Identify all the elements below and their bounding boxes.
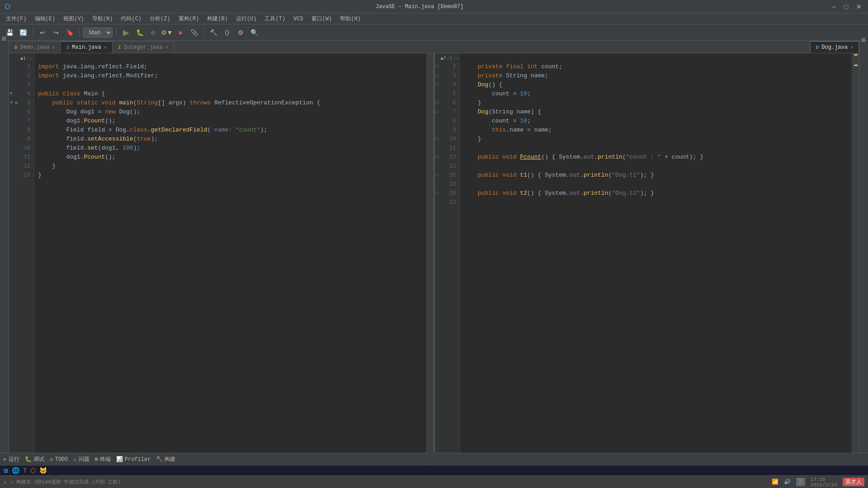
demo-java-icon: D bbox=[14, 45, 18, 50]
debug-button[interactable]: 🐛 bbox=[134, 27, 146, 38]
build-project-button[interactable]: 🔨 bbox=[208, 27, 219, 38]
bookmark-button[interactable]: 🔖 bbox=[64, 27, 75, 38]
menu-run[interactable]: 运行(U) bbox=[232, 14, 260, 23]
code-line-4: public class Main { bbox=[38, 89, 430, 99]
left-editor-gutter: ▲1 ↑↓ 1 2 3 4 ▼ 5 bbox=[9, 53, 34, 465]
status-warning-icon: ⚠ bbox=[4, 479, 7, 485]
right-sidebar-label[interactable]: 通知 bbox=[860, 42, 868, 50]
build-options-button[interactable]: ⚙▼ bbox=[161, 27, 173, 38]
tab-demo-java[interactable]: D Demo.java ✕ bbox=[9, 41, 61, 53]
coverage-button[interactable]: ⊕ bbox=[147, 27, 159, 38]
stop-button[interactable]: ■ bbox=[175, 27, 186, 38]
menu-vcs[interactable]: VCS bbox=[290, 15, 307, 23]
menu-build[interactable]: 构建(B) bbox=[203, 14, 231, 23]
code-line-1: import java.lang.reflect.Field; bbox=[38, 62, 430, 71]
input-method[interactable]: 英才人 bbox=[843, 478, 864, 486]
project-panel-label[interactable]: 项目 bbox=[0, 41, 9, 48]
bottom-todo-item[interactable]: ☑ TODO bbox=[50, 456, 68, 463]
typora-icon[interactable]: T bbox=[23, 467, 27, 474]
bottom-terminal-label: 终端 bbox=[100, 455, 111, 463]
right-code-15 bbox=[464, 162, 856, 171]
menu-navigate[interactable]: 导航(N) bbox=[89, 14, 117, 23]
run-button[interactable]: ▶ bbox=[120, 27, 132, 38]
menu-analyze[interactable]: 分析(Z) bbox=[146, 14, 174, 23]
right-code-5: count = 10; bbox=[464, 89, 856, 99]
code-line-8: Field field = Dog.class.getDeclaredField… bbox=[38, 126, 430, 135]
right-code-20: public void t2() { System.out.println("D… bbox=[464, 189, 856, 198]
code-line-5: public static void main(String[] args) t… bbox=[38, 99, 430, 108]
bottom-debug-item[interactable]: 🐛 调试 bbox=[25, 455, 44, 463]
right-code-10: } bbox=[464, 135, 856, 144]
browser-icon[interactable]: 🌐 bbox=[12, 467, 19, 474]
branch-selector[interactable]: Main bbox=[83, 28, 113, 38]
menu-view[interactable]: 视图(V) bbox=[60, 14, 88, 23]
menu-code[interactable]: 代码(C) bbox=[117, 14, 145, 23]
redo-button[interactable]: ↪ bbox=[50, 27, 62, 38]
editors-container: ▲1 ↑↓ 1 2 3 4 ▼ 5 bbox=[9, 53, 859, 465]
right-warning-count: ▲7 bbox=[440, 54, 446, 63]
bottom-terminal-item[interactable]: ⊞ 终端 bbox=[95, 455, 111, 463]
bottom-todo-icon: ☑ bbox=[50, 456, 53, 463]
right-code-11 bbox=[464, 144, 856, 153]
bottom-run-item[interactable]: ▶ 运行 bbox=[4, 455, 19, 463]
tab-main-java-close[interactable]: ✕ bbox=[104, 45, 107, 50]
editor-tabs-bar: D Demo.java ✕ J Main.java ✕ I Integer.ja… bbox=[9, 41, 859, 53]
status-right: 📶 🔊 英 17:18 2022/2/24 英才人 bbox=[772, 477, 864, 488]
right-editor-scrollbar[interactable] bbox=[852, 53, 859, 465]
right-code-4: Dog() { bbox=[464, 80, 856, 89]
dog-java-icon: D bbox=[816, 45, 819, 50]
tab-dog-java-close[interactable]: ✕ bbox=[850, 45, 853, 50]
search-everywhere-button[interactable]: 🔍 bbox=[248, 27, 260, 38]
left-editor-scrollbar[interactable] bbox=[426, 53, 434, 465]
time-date: 17:18 2022/2/24 bbox=[811, 477, 837, 488]
windows-start-icon[interactable]: ⊞ bbox=[4, 466, 8, 475]
tab-integer-java[interactable]: I Integer.java ✕ bbox=[113, 41, 174, 53]
volume-icon: 🔊 bbox=[784, 479, 791, 485]
menu-tools[interactable]: 工具(T) bbox=[261, 14, 289, 23]
save-all-button[interactable]: 💾 bbox=[4, 27, 15, 38]
bottom-build-icon: 🔨 bbox=[156, 456, 163, 463]
tab-main-java[interactable]: J Main.java ✕ bbox=[61, 41, 112, 53]
bottom-debug-icon: 🐛 bbox=[25, 456, 32, 463]
title-bar-left: ⬡ bbox=[5, 3, 10, 10]
right-editor-pane: ▲7 ✓1 ↑↓ 2 □ 3 □ bbox=[435, 53, 859, 465]
bottom-debug-label: 调试 bbox=[33, 455, 44, 463]
app-icon: ⬡ bbox=[5, 3, 10, 10]
close-button[interactable]: ✕ bbox=[854, 2, 863, 11]
menu-file[interactable]: 文件(F) bbox=[2, 14, 30, 23]
left-editor-code: import java.lang.reflect.Field; import j… bbox=[34, 53, 434, 465]
menu-refactor[interactable]: 重构(R) bbox=[175, 14, 203, 23]
main-java-icon: J bbox=[66, 45, 69, 50]
jetbrains-icon[interactable]: ⬡ bbox=[30, 467, 36, 474]
lang-indicator[interactable]: 英 bbox=[796, 478, 805, 486]
date-display: 2022/2/24 bbox=[811, 482, 837, 488]
reformat-button[interactable]: ⟨⟩ bbox=[221, 27, 233, 38]
left-editor-content: ▲1 ↑↓ 1 2 3 4 ▼ 5 bbox=[9, 53, 434, 465]
menu-edit[interactable]: 编辑(E) bbox=[31, 14, 59, 23]
menu-window[interactable]: 窗口(W) bbox=[308, 14, 336, 23]
warning-scroll-marker2 bbox=[854, 65, 858, 66]
bottom-profiler-item[interactable]: 📊 Profiler bbox=[116, 456, 151, 463]
undo-button[interactable]: ↩ bbox=[37, 27, 48, 38]
code-line-6: Dog dog1 = new Dog(); bbox=[38, 108, 430, 117]
title-bar-title: JavaSE - Main.java [Demo07] bbox=[376, 4, 463, 10]
sync-button[interactable]: 🔄 bbox=[17, 27, 29, 38]
menu-help[interactable]: 帮助(H) bbox=[336, 14, 364, 23]
bottom-profiler-icon: 📊 bbox=[116, 456, 123, 463]
settings-button[interactable]: ⚙ bbox=[235, 27, 246, 38]
tab-demo-java-close[interactable]: ✕ bbox=[52, 45, 55, 50]
tab-dog-java[interactable]: D Dog.java ✕ bbox=[811, 41, 859, 53]
tab-integer-java-close[interactable]: ✕ bbox=[165, 45, 168, 50]
menu-bar: 文件(F) 编辑(E) 视图(V) 导航(N) 代码(C) 分析(Z) 重构(R… bbox=[0, 14, 868, 24]
app-icon-red[interactable]: 🐱 bbox=[39, 467, 47, 474]
toolbar: 💾 🔄 ↩ ↪ 🔖 Main ▶ 🐛 ⊕ ⚙▼ ■ 📎 🔨 ⟨⟩ ⚙ 🔍 bbox=[0, 24, 868, 41]
minimize-button[interactable]: − bbox=[829, 2, 838, 11]
attach-debugger-button[interactable]: 📎 bbox=[188, 27, 200, 38]
bottom-problems-item[interactable]: ⚠ 问题 bbox=[73, 455, 89, 463]
bottom-build-item[interactable]: 🔨 构建 bbox=[156, 455, 175, 463]
maximize-button[interactable]: □ bbox=[842, 2, 851, 11]
code-line-13: } bbox=[38, 171, 430, 180]
right-outer-sidebar: 通知 bbox=[859, 41, 868, 465]
bottom-terminal-icon: ⊞ bbox=[95, 456, 98, 463]
left-line-numbers: 1 2 3 4 ▼ 5 ▼ ▶ 6 bbox=[9, 62, 34, 180]
